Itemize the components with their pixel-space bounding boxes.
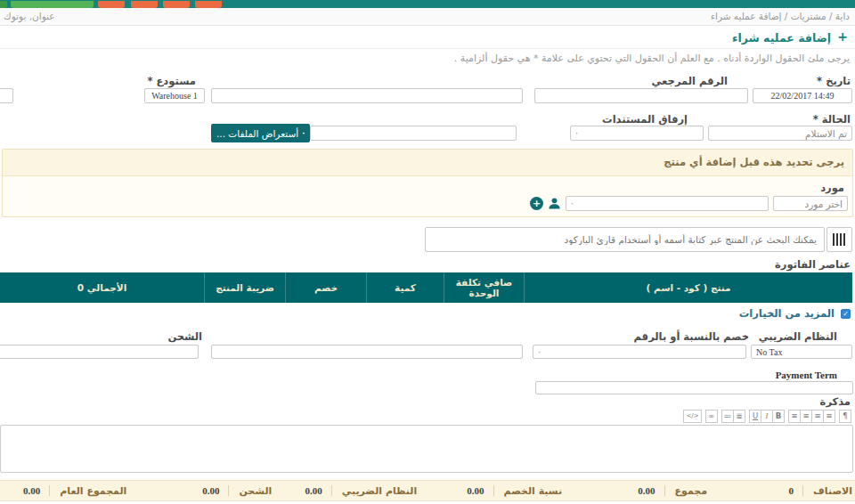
reference-input[interactable] [534, 88, 748, 103]
browse-files-label: أستعراض الملفات ... [216, 128, 298, 139]
intro-text: يرجى ملئ الحقول الواردة أدناه . مع العلم… [454, 53, 850, 64]
summary-total: مجموع 0.00 [565, 485, 710, 497]
page-title: إضافة عمليه شراء [732, 31, 831, 45]
supplier-select[interactable]: اختر مورد [773, 196, 848, 211]
column-header-product-tax: ضريبة المنتج [204, 272, 285, 303]
discount-input[interactable] [211, 345, 523, 359]
summary-value: 0.00 [467, 485, 493, 496]
pos-button[interactable] [11, 1, 94, 8]
supplier-notice-text: يرجى تحديد هذه قبل إضافة أي منتج [664, 156, 844, 168]
italic-button[interactable]: I [761, 410, 773, 423]
more-options-checkbox[interactable]: ✓ [841, 309, 851, 319]
add-supplier-button[interactable]: + [529, 196, 544, 211]
underline-button[interactable]: U [749, 410, 761, 423]
attachments-input-field[interactable] [315, 126, 511, 140]
top-navbar [0, 0, 855, 8]
breadcrumb[interactable]: داية / مشتريات / إضافة عمليه شراء [711, 11, 850, 21]
person-icon [548, 197, 561, 210]
column-header-discount: خصم [285, 272, 366, 303]
date-input[interactable]: 14:49 22/02/2017 [753, 88, 852, 103]
column-header-quantity: كمية [366, 272, 444, 303]
shipping-input[interactable] [0, 345, 199, 359]
action-button-3[interactable] [163, 1, 190, 8]
browse-files-button[interactable]: أستعراض الملفات ... [211, 124, 310, 142]
shipping-label: الشحن [167, 330, 202, 343]
action-button-1[interactable] [98, 1, 125, 8]
purchase-form-page: داية / مشتريات / إضافة عمليه شراء عنوان,… [0, 0, 855, 504]
summary-label: الاصناف [813, 485, 852, 497]
memo-label: مذكرة [820, 395, 851, 408]
payment-term-input-field[interactable] [541, 382, 848, 394]
totals-bar: الاصناف 0 مجموع 0.00 نسبة الخصم 0.00 الن… [0, 480, 855, 501]
action-button-2[interactable] [131, 1, 158, 8]
product-search-input[interactable] [426, 228, 824, 251]
product-search [425, 227, 825, 252]
unordered-list-button[interactable]: ≔ [721, 410, 735, 423]
align-center-icon[interactable]: ≡ [811, 410, 824, 423]
bold-button[interactable]: B [772, 410, 785, 423]
memo-toolbar: ¶ ≡ ≡ ≡ ≡ B I U ≣ ≔ ∞ </> [684, 410, 851, 423]
tax-system-label: النظام الضريبي [759, 330, 837, 343]
column-header-product: منتج ( كود - اسم ) [524, 272, 852, 303]
reference-label: الرقم المرجعي [651, 75, 728, 87]
column-header-net-unit-cost: صافي تكلفة الوحدة [444, 272, 524, 303]
address-text: عنوان, بوتوك [4, 11, 55, 21]
payment-term-input[interactable] [535, 381, 853, 394]
summary-tax-system: النظام الضريبي 0.00 [274, 485, 419, 497]
tax-system-select[interactable]: No Tax [751, 345, 852, 359]
align-left-icon[interactable]: ≡ [800, 410, 812, 423]
attachments-label: إرفاق المستندات [602, 113, 688, 126]
discount-label: خصم بالنسبة أو بالرقم [634, 330, 749, 343]
action-button-4[interactable] [195, 1, 222, 8]
supplier-callout: يرجى تحديد هذه قبل إضافة أي منتج مورد اخ… [2, 149, 853, 217]
align-justify-icon[interactable]: ≡ [788, 410, 801, 423]
summary-label: النظام الضريبي [342, 485, 417, 497]
view-supplier-button[interactable] [547, 196, 562, 211]
barcode-icon [833, 233, 846, 246]
summary-label: المجموع العام [60, 485, 126, 497]
column-header-total: الأجمالي 0 [0, 272, 204, 303]
folder-icon [303, 129, 305, 137]
memo-editor-area[interactable] [0, 425, 853, 473]
invoice-table-header: منتج ( كود - اسم ) صافي تكلفة الوحدة كمي… [0, 272, 852, 303]
more-options-label: المزيد من الخيارات [739, 307, 835, 320]
supplier-label: مورد [820, 182, 844, 194]
attachments-input[interactable] [310, 126, 517, 141]
status-secondary-select[interactable]: · [570, 126, 704, 141]
status-label: الحالة * [813, 113, 851, 126]
summary-items-count: الاصناف 0 [710, 485, 855, 497]
summary-value: 0.00 [305, 485, 332, 496]
summary-value: 0 [789, 485, 804, 496]
paragraph-button[interactable]: ¶ [839, 410, 851, 423]
ordered-list-button[interactable]: ≣ [733, 410, 745, 423]
warehouse-select[interactable]: Warehouse 1 [144, 88, 205, 103]
invoice-items-label: عناصر الفاتورة [775, 258, 851, 271]
align-right-icon[interactable]: ≡ [823, 410, 835, 423]
summary-value: 0.00 [202, 485, 229, 496]
supplier-secondary-select[interactable]: · [566, 196, 769, 211]
row1-extra-input[interactable] [211, 88, 523, 103]
nav-edge-button[interactable] [0, 1, 7, 8]
link-button[interactable]: ∞ [705, 410, 718, 423]
page-title-bar: + إضافة عمليه شراء [0, 26, 855, 49]
barcode-addon [826, 227, 852, 252]
row1-edge-input[interactable] [0, 88, 13, 103]
summary-label: مجموع [675, 485, 708, 497]
row1-extra-input-field[interactable] [216, 89, 517, 102]
discount-input-field[interactable] [216, 345, 517, 358]
reference-input-field[interactable] [540, 89, 743, 102]
shipping-input-field[interactable] [1, 345, 193, 358]
tax-system-secondary-select[interactable]: · [533, 345, 746, 359]
summary-label: نسبة الخصم [504, 485, 563, 497]
payment-term-label: Payment Term [776, 370, 837, 380]
supplier-notice-bar: يرجى تحديد هذه قبل إضافة أي منتج [3, 150, 852, 176]
plus-icon: + [837, 29, 848, 44]
summary-discount-rate: نسبة الخصم 0.00 [419, 485, 565, 497]
code-view-button[interactable]: </> [683, 410, 701, 423]
status-select[interactable]: تم الاستلام [708, 126, 852, 141]
summary-value: 0.00 [638, 485, 664, 496]
summary-grand-total: المجموع العام 0.00 [0, 485, 129, 497]
summary-label: الشحن [239, 485, 272, 497]
date-label: تاريخ * [817, 75, 851, 87]
plus-circle-icon: + [530, 197, 543, 210]
